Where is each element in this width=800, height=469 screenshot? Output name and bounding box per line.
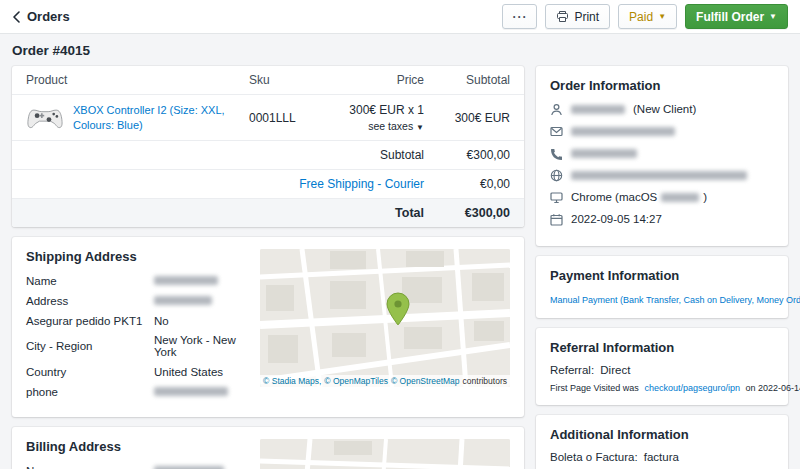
redacted-phone <box>571 149 637 158</box>
col-product: Product <box>26 73 249 87</box>
payment-information-title: Payment Information <box>550 268 774 283</box>
order-information-title: Order Information <box>550 78 774 93</box>
shipping-address-title: Shipping Address <box>26 249 246 264</box>
chevron-left-icon <box>12 11 20 23</box>
person-icon <box>550 103 563 116</box>
field-value: No <box>154 315 169 327</box>
price-cell: 300€ EUR x 1 see taxes ▼ <box>319 103 424 132</box>
email-row <box>550 124 774 138</box>
back-to-orders-link[interactable]: Orders <box>12 9 70 24</box>
more-label: ··· <box>512 10 527 24</box>
order-date-row: 2022-09-05 14:27 <box>550 212 774 226</box>
redacted-url <box>571 171 747 180</box>
field-label: City - Region <box>26 340 154 352</box>
total-row: Total €300,00 <box>12 198 524 227</box>
field-label: Asegurar pedido PKT1 <box>26 315 154 327</box>
additional-information-card: Additional Information Boleta o Factura:… <box>536 415 788 469</box>
osm-link[interactable]: © OpenStreetMap <box>391 375 460 387</box>
phone-icon <box>550 147 563 160</box>
field-row-phone: phone <box>26 385 246 398</box>
field-row-name: Name <box>26 464 246 469</box>
printer-icon <box>556 10 569 23</box>
redacted-os-version <box>661 193 699 202</box>
browser-suffix: ) <box>703 191 707 203</box>
referral-row: Referral: Direct <box>550 364 774 376</box>
order-item-row: XBOX Controller I2 (Size: XXL, Colours: … <box>12 95 524 140</box>
customer-row: (New Client) <box>550 102 774 116</box>
left-column: Product Sku Price Subtotal XBOX Con <box>12 66 524 469</box>
shipping-method-link[interactable]: Free Shipping - Courier <box>299 177 424 191</box>
referral-information-title: Referral Information <box>550 340 774 355</box>
see-taxes-label: see taxes <box>368 120 413 132</box>
payment-method-link[interactable]: Manual Payment (Bank Transfer, Cash on D… <box>550 295 800 305</box>
print-label: Print <box>574 10 599 24</box>
ip-row <box>550 168 774 182</box>
order-items-card: Product Sku Price Subtotal XBOX Con <box>12 66 524 227</box>
shipping-value: €0,00 <box>424 177 510 191</box>
redacted-value <box>154 387 228 396</box>
first-page-suffix: on 2022-06-14 12:17 <box>745 383 800 393</box>
subtotal-label: Subtotal <box>380 148 424 162</box>
field-label: Name <box>26 275 154 287</box>
openmaptiles-link[interactable]: © OpenMapTiles <box>324 375 388 387</box>
redacted-email <box>571 127 675 136</box>
chevron-down-icon: ▼ <box>658 13 666 21</box>
field-label: Country <box>26 366 154 378</box>
total-label: Total <box>395 206 424 220</box>
chevron-down-icon: ▼ <box>769 13 777 21</box>
redacted-value <box>154 296 212 305</box>
redacted-value <box>154 276 218 285</box>
field-row-address: Address <box>26 294 246 307</box>
phone-row <box>550 146 774 160</box>
browser-row: Chrome (macOS ) <box>550 190 774 204</box>
order-date: 2022-09-05 14:27 <box>571 213 662 225</box>
first-page-prefix: First Page Visited was <box>550 383 639 393</box>
new-client-label: (New Client) <box>633 103 696 115</box>
fulfill-order-button[interactable]: Fulfill Order ▼ <box>685 4 788 29</box>
sku-value: 0001LLL <box>249 111 319 125</box>
col-subtotal: Subtotal <box>424 73 510 87</box>
paid-label: Paid <box>629 10 653 24</box>
first-page-link[interactable]: checkout/pagseguro/ipn <box>644 383 740 393</box>
stadia-link[interactable]: © Stadia Maps, <box>263 375 321 387</box>
billing-address-card: Billing Address Name Address Asegurar pe… <box>12 427 524 469</box>
shipping-map[interactable]: Leaflet | © Stadia Maps, © OpenMapTiles … <box>260 249 510 387</box>
price-value: 300€ EUR x 1 <box>319 103 424 117</box>
attrib-contributors: contributors <box>463 375 507 387</box>
paid-status-button[interactable]: Paid ▼ <box>618 4 677 29</box>
referral-label: Referral: <box>550 364 594 376</box>
fulfill-label: Fulfill Order <box>696 10 764 24</box>
referral-value: Direct <box>600 364 630 376</box>
redacted-customer-name <box>571 105 625 114</box>
more-actions-button[interactable]: ··· <box>502 4 537 29</box>
map-attribution: Leaflet | © Stadia Maps, © OpenMapTiles … <box>260 375 510 387</box>
billing-address-fields: Billing Address Name Address Asegurar pe… <box>26 439 246 469</box>
page-title: Order #4015 <box>0 34 800 66</box>
boleta-label: Boleta o Factura: <box>550 451 638 463</box>
subtotal-value: €300,00 <box>424 148 510 162</box>
content: Product Sku Price Subtotal XBOX Con <box>0 66 800 469</box>
monitor-icon <box>550 191 563 204</box>
col-sku: Sku <box>249 73 319 87</box>
order-information-card: Order Information (New Client) <box>536 66 788 246</box>
gamepad-product-image <box>26 105 64 131</box>
field-value: United States <box>154 366 223 378</box>
first-page-row: First Page Visited was checkout/pagsegur… <box>550 383 774 393</box>
topbar: Orders ··· Print Paid ▼ Fulfill Order ▼ <box>0 0 800 34</box>
product-title-link[interactable]: XBOX Controller I2 (Size: XXL, Colours: … <box>73 103 249 132</box>
shipping-row: Free Shipping - Courier €0,00 <box>12 169 524 198</box>
boleta-row: Boleta o Factura: factura <box>550 451 774 463</box>
shipping-address-card: Shipping Address Name Address Asegurar p… <box>12 237 524 417</box>
billing-map[interactable] <box>260 439 510 469</box>
globe-icon <box>550 169 563 182</box>
see-taxes-toggle[interactable]: see taxes ▼ <box>319 120 424 132</box>
email-icon <box>550 125 563 138</box>
subtotal-row: Subtotal €300,00 <box>12 140 524 169</box>
payment-information-card: Payment Information Manual Payment (Bank… <box>536 256 788 318</box>
print-button[interactable]: Print <box>545 4 610 29</box>
col-price: Price <box>319 73 424 87</box>
line-subtotal-value: 300€ EUR <box>424 111 510 125</box>
field-label: Name <box>26 465 154 469</box>
billing-address-title: Billing Address <box>26 439 246 454</box>
field-row-name: Name <box>26 274 246 287</box>
